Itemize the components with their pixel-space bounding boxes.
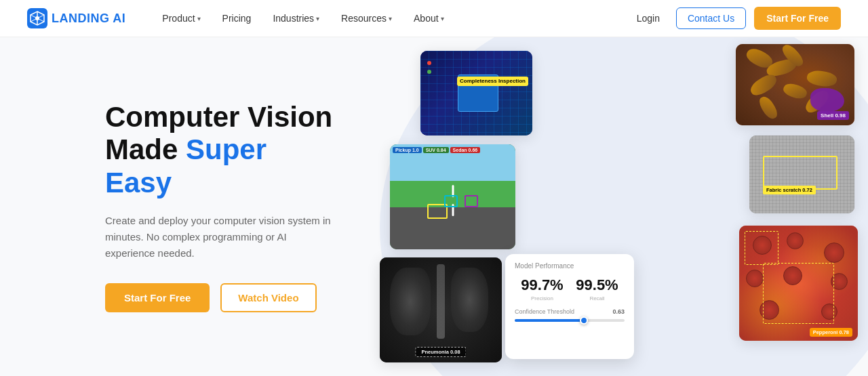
logo-icon bbox=[27, 8, 47, 28]
hero-left: Computer Vision Made Super Easy Create a… bbox=[0, 37, 380, 376]
chevron-down-icon: ▾ bbox=[441, 15, 444, 22]
fabric-scratch-label: Fabric scratch 0.72 bbox=[763, 186, 816, 194]
circuit-dots bbox=[420, 51, 532, 135]
lung-left bbox=[390, 268, 431, 335]
nav-product[interactable]: Product ▾ bbox=[153, 7, 210, 29]
nav-about[interactable]: About ▾ bbox=[404, 7, 454, 29]
threshold-label: Confidence Threshold bbox=[515, 308, 574, 315]
model-performance-card: Model Performance 99.7% Precision 99.5% … bbox=[505, 254, 634, 359]
suv-label: SUV 0.84 bbox=[423, 147, 449, 153]
road-detection-labels: Pickup 1.0 SUV 0.84 Sedan 0.66 bbox=[393, 147, 480, 153]
pickup-label: Pickup 1.0 bbox=[393, 147, 422, 153]
hero-title: Computer Vision Made Super Easy bbox=[105, 101, 339, 199]
model-precision: 99.7% Precision bbox=[521, 276, 563, 301]
hero-buttons: Start For Free Watch Video bbox=[105, 283, 339, 312]
svg-point-1 bbox=[35, 16, 39, 20]
pizza-card: Pepperoni 0.78 bbox=[739, 226, 858, 341]
main-content: Computer Vision Made Super Easy Create a… bbox=[0, 37, 868, 376]
start-for-free-nav-button[interactable]: Start For Free bbox=[754, 7, 841, 30]
lung-right bbox=[451, 268, 488, 332]
circuit-board-card: Completeness Inspection bbox=[420, 51, 532, 135]
car-detection-box-3 bbox=[465, 195, 478, 207]
fabric-card: Fabric scratch 0.72 bbox=[749, 135, 854, 213]
hero-description: Create and deploy your computer vision s… bbox=[105, 213, 336, 262]
recall-label: Recall bbox=[576, 295, 618, 301]
navbar: LANDING AI Product ▾ Pricing Industries … bbox=[0, 0, 868, 37]
nav-links: Product ▾ Pricing Industries ▾ Resources… bbox=[153, 7, 628, 29]
pepperoni-3 bbox=[824, 243, 844, 263]
xray-card: Pneumonia 0.08 bbox=[380, 257, 502, 362]
model-stats: 99.7% Precision 99.5% Recall bbox=[515, 276, 625, 301]
confidence-threshold-row: Confidence Threshold 0.63 bbox=[515, 308, 625, 315]
almond-8 bbox=[757, 94, 780, 121]
car-detection-box-2 bbox=[444, 195, 458, 207]
chevron-down-icon: ▾ bbox=[197, 15, 201, 22]
road-detection-card: Pickup 1.0 SUV 0.84 Sedan 0.66 bbox=[390, 144, 515, 249]
pepperoni-4 bbox=[746, 270, 764, 287]
watch-video-button[interactable]: Watch Video bbox=[220, 283, 316, 312]
pepperoni-detection-badge: Pepperoni 0.78 bbox=[810, 328, 852, 337]
model-recall: 99.5% Recall bbox=[576, 276, 618, 301]
almond-4 bbox=[748, 72, 780, 98]
confidence-slider-thumb[interactable] bbox=[580, 316, 588, 325]
logo-text: LANDING AI bbox=[52, 12, 125, 26]
hero-image-collage: Completeness Inspection Shell 0.98 bbox=[380, 37, 868, 376]
confidence-slider-track[interactable] bbox=[515, 319, 625, 322]
threshold-value: 0.63 bbox=[612, 308, 625, 315]
start-for-free-hero-button[interactable]: Start For Free bbox=[105, 283, 210, 312]
almonds-card: Shell 0.98 bbox=[736, 44, 854, 125]
chevron-down-icon: ▾ bbox=[316, 15, 319, 22]
nav-industries[interactable]: Industries ▾ bbox=[263, 7, 329, 29]
pepperoni-2 bbox=[787, 232, 804, 249]
recall-value: 99.5% bbox=[576, 276, 618, 294]
precision-label: Precision bbox=[521, 295, 563, 301]
clay-shape bbox=[810, 88, 844, 112]
almond-7 bbox=[806, 68, 837, 88]
spine bbox=[437, 264, 445, 339]
logo[interactable]: LANDING AI bbox=[27, 8, 125, 28]
almond-5 bbox=[782, 81, 808, 102]
chevron-down-icon: ▾ bbox=[389, 15, 392, 22]
confidence-slider-fill bbox=[515, 319, 584, 322]
nav-resources[interactable]: Resources ▾ bbox=[332, 7, 401, 29]
pizza-detection-box-1 bbox=[763, 263, 834, 324]
sedan-label: Sedan 0.66 bbox=[450, 147, 481, 153]
completeness-badge: Completeness Inspection bbox=[457, 77, 528, 86]
nav-actions: Login Contact Us Start For Free bbox=[629, 7, 841, 30]
pneumonia-badge: Pneumonia 0.08 bbox=[415, 347, 466, 357]
shell-detection-badge: Shell 0.98 bbox=[817, 111, 849, 120]
pizza-detection-box-2 bbox=[745, 231, 778, 265]
contact-us-button[interactable]: Contact Us bbox=[676, 7, 746, 29]
login-button[interactable]: Login bbox=[629, 7, 668, 29]
fabric-scratch-box bbox=[763, 156, 837, 190]
precision-value: 99.7% bbox=[521, 276, 563, 294]
model-card-title: Model Performance bbox=[515, 262, 625, 270]
nav-pricing[interactable]: Pricing bbox=[213, 7, 261, 29]
